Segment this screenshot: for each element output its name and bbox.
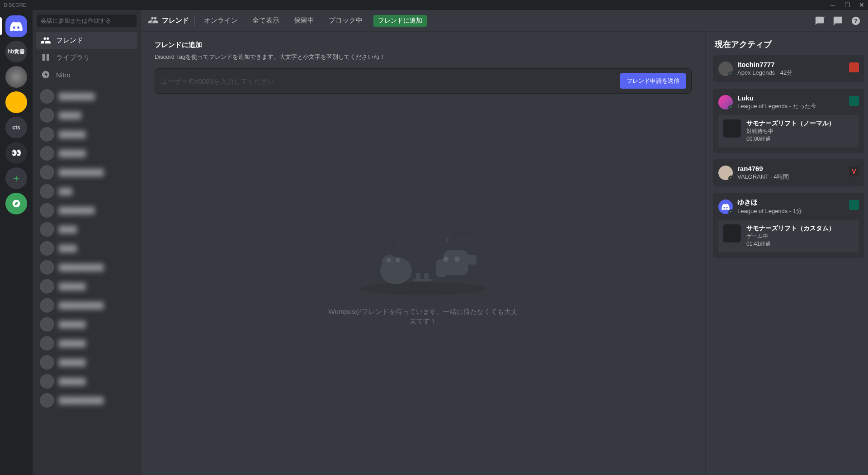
svg-rect-8	[467, 255, 476, 265]
help-icon[interactable]: ?	[851, 16, 861, 26]
activity-card[interactable]: ran4769 VALORANT - 4時間 V	[713, 159, 864, 186]
new-group-dm-icon[interactable]: +	[815, 16, 825, 26]
inbox-icon[interactable]	[833, 16, 843, 26]
activity-game: Apex Legends - 42分	[737, 69, 844, 77]
server-item[interactable]	[5, 91, 27, 113]
dm-item[interactable]: ████████	[36, 201, 137, 220]
home-button[interactable]	[5, 15, 27, 37]
avatar	[718, 62, 733, 76]
dm-item[interactable]: ███	[36, 182, 137, 201]
find-conversation-input[interactable]: 会話に参加または作成する	[37, 14, 137, 27]
nav-label: ライブラリ	[56, 53, 90, 62]
svg-rect-7	[436, 259, 447, 277]
dm-item[interactable]: ██████████	[36, 258, 137, 277]
svg-rect-0	[834, 17, 842, 23]
tab-all[interactable]: 全て表示	[249, 14, 283, 27]
add-server-button[interactable]: ＋	[5, 167, 27, 189]
topbar: フレンド オンライン 全て表示 保留中 ブロック中 フレンドに追加 + ?	[141, 10, 868, 32]
window-close-button[interactable]: ✕	[855, 0, 868, 10]
add-friend-desc: Discord Tagを使ってフレンドを追加できます。大文字と小文字を区別してく…	[155, 53, 692, 61]
window-minimize-button[interactable]: ─	[826, 0, 839, 10]
explore-button[interactable]	[5, 193, 27, 214]
dm-item[interactable]: ██████	[36, 277, 137, 296]
activity-game: League of Legends - たった今	[737, 102, 844, 110]
svg-rect-15	[413, 279, 431, 281]
friends-icon	[41, 35, 51, 45]
nav-library[interactable]: ライブラリ	[36, 49, 137, 66]
svg-point-3	[360, 282, 486, 295]
nitro-icon	[41, 70, 51, 80]
empty-state: Wumpusがフレンドを待っています。一緒に待たなくても大丈夫です！	[155, 94, 692, 475]
server-item[interactable]: 👀	[5, 142, 27, 164]
svg-rect-6	[443, 250, 468, 275]
dm-item[interactable]: ██████	[36, 144, 137, 163]
tab-add-friend[interactable]: フレンドに追加	[373, 15, 427, 27]
nav-nitro[interactable]: Nitro	[36, 66, 137, 83]
activity-user: itochin7777	[737, 61, 844, 68]
svg-point-12	[396, 258, 400, 262]
dm-item[interactable]: ██████████	[36, 163, 137, 182]
empty-text: Wumpusがフレンドを待っています。一緒に待たなくても大丈夫です！	[328, 307, 518, 326]
avatar	[718, 95, 733, 109]
add-friend-input-row: フレンド申請を送信	[155, 68, 692, 94]
dm-item[interactable]: ██████	[36, 315, 137, 334]
add-friend-input[interactable]	[160, 77, 620, 85]
library-icon	[41, 52, 51, 62]
wumpus-illustration	[355, 216, 491, 298]
friend-tabs: オンライン 全て表示 保留中 ブロック中 フレンドに追加	[200, 14, 427, 27]
svg-rect-16	[416, 273, 420, 279]
apex-icon	[849, 62, 859, 72]
activity-user: ゆきほ	[737, 198, 844, 207]
activity-card[interactable]: ゆきほ League of Legends - 1分 サモナーズリフト（カスタム…	[713, 193, 864, 258]
activity-user: Luku	[737, 94, 844, 102]
activity-card[interactable]: Luku League of Legends - たった今 サモナーズリフト（ノ…	[713, 89, 864, 153]
activity-game: League of Legends - 1分	[737, 207, 844, 215]
dm-sidebar: 会話に参加または作成する フレンド ライブラリ Nitro ████████ █…	[33, 10, 141, 475]
main-panel: フレンド オンライン 全て表示 保留中 ブロック中 フレンドに追加 + ? フレ…	[141, 10, 868, 475]
activity-game: VALORANT - 4時間	[737, 173, 844, 181]
dm-item[interactable]: ██████	[36, 353, 137, 372]
svg-point-11	[387, 258, 391, 262]
server-item[interactable]	[5, 66, 27, 88]
dm-list[interactable]: ████████ █████ ██████ ██████ ██████████ …	[33, 83, 141, 475]
dm-item[interactable]: ██████████	[36, 391, 137, 410]
send-friend-request-button[interactable]: フレンド申請を送信	[620, 73, 686, 89]
window-maximize-button[interactable]: ☐	[841, 0, 854, 10]
now-playing-title: 現在アクティブ	[715, 39, 864, 50]
activity-user: ran4769	[737, 165, 844, 172]
activity-card[interactable]: itochin7777 Apex Legends - 42分	[713, 55, 864, 82]
compass-icon	[12, 199, 21, 208]
friends-icon	[148, 15, 158, 27]
server-item[interactable]: cts	[5, 117, 27, 138]
svg-text:?: ?	[854, 17, 858, 24]
tab-online[interactable]: オンライン	[200, 14, 241, 27]
server-item[interactable]: hb覚書	[5, 41, 27, 62]
tab-pending[interactable]: 保留中	[290, 14, 318, 27]
dm-item[interactable]: ██████	[36, 372, 137, 391]
server-list: hb覚書 cts 👀 ＋	[0, 10, 33, 475]
avatar	[718, 200, 733, 214]
dm-item[interactable]: ████	[36, 239, 137, 258]
titlebar: DISCORD ─ ☐ ✕	[0, 0, 868, 10]
svg-point-13	[375, 241, 401, 255]
dm-item[interactable]: ██████	[36, 125, 137, 144]
divider	[194, 15, 195, 26]
dm-item[interactable]: █████	[36, 106, 137, 125]
svg-rect-17	[424, 273, 429, 279]
nav-label: フレンド	[56, 36, 83, 45]
nav-friends[interactable]: フレンド	[36, 32, 137, 49]
lol-icon	[849, 96, 859, 106]
valorant-icon: V	[849, 166, 859, 176]
add-friend-title: フレンドに追加	[155, 41, 692, 49]
tab-blocked[interactable]: ブロック中	[325, 14, 366, 27]
dm-item[interactable]: ██████████	[36, 296, 137, 315]
activity-details: サモナーズリフト（カスタム） ゲーム中 01:41経過	[718, 220, 859, 252]
dm-item[interactable]: ██████	[36, 334, 137, 353]
dm-item[interactable]: ████████	[36, 87, 137, 106]
activity-art	[723, 224, 741, 242]
discord-logo-icon	[10, 22, 23, 31]
dm-item[interactable]: ████	[36, 220, 137, 239]
svg-point-9	[443, 256, 448, 262]
selection-pill	[0, 17, 2, 35]
avatar	[718, 166, 733, 180]
